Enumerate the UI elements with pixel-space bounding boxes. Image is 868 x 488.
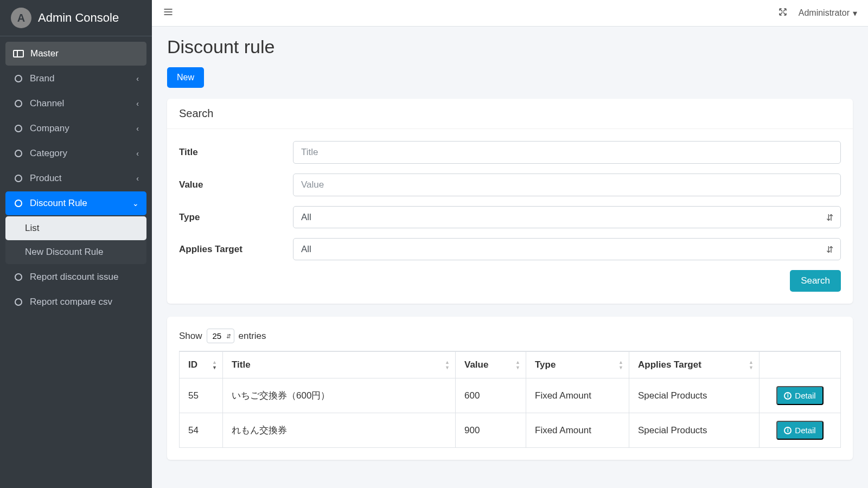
user-label: Administrator [799, 8, 850, 18]
sidebar-item-master[interactable]: Master [5, 42, 146, 66]
results-panel: Show 25 ⇵ entries [167, 317, 853, 460]
new-button[interactable]: New [167, 67, 204, 88]
col-actions [760, 351, 841, 378]
show-suffix: entries [239, 331, 266, 342]
col-title[interactable]: Title ▲▼ [223, 351, 456, 378]
cell-value: 600 [456, 378, 526, 413]
main-content: Administrator ▾ Discount rule New Search… [152, 0, 868, 488]
cell-type: Fixed Amount [526, 413, 629, 448]
cell-title: いちご交換券（600円） [223, 378, 456, 413]
sidebar-item-brand[interactable]: Brand ‹ [5, 67, 146, 91]
sidebar-submenu-discount: List New Discount Rule [5, 216, 146, 264]
circle-icon [15, 273, 22, 281]
sidebar-nav: Master Brand ‹ Channel ‹ Company ‹ Categ… [0, 36, 152, 320]
type-label: Type [179, 212, 293, 223]
sidebar-item-channel[interactable]: Channel ‹ [5, 92, 146, 115]
col-id[interactable]: ID ▲▼ [180, 351, 223, 378]
value-label: Value [179, 179, 293, 190]
sidebar-label: Product [30, 173, 62, 184]
chevron-left-icon: ‹ [136, 99, 139, 108]
sidebar-item-category[interactable]: Category ‹ [5, 142, 146, 165]
sidebar-label-master: Master [30, 48, 59, 59]
title-input[interactable] [293, 141, 841, 164]
cell-title: れもん交換券 [223, 413, 456, 448]
applies-target-select[interactable]: All [293, 238, 841, 260]
show-prefix: Show [179, 331, 202, 342]
sort-icon: ▲▼ [618, 360, 623, 370]
cell-value: 900 [456, 413, 526, 448]
chevron-left-icon: ‹ [136, 149, 139, 158]
sort-icon: ▲▼ [212, 360, 217, 370]
brand-header[interactable]: A Admin Console [0, 0, 152, 36]
results-table: ID ▲▼ Title ▲▼ Value ▲▼ [179, 351, 841, 448]
search-panel: Search Title Value Type All [167, 99, 853, 304]
caret-down-icon: ▾ [853, 8, 857, 18]
sort-icon: ▲▼ [445, 360, 450, 370]
cell-applies: Special Products [629, 413, 760, 448]
sidebar-label: Report compare csv [30, 297, 112, 307]
circle-icon [15, 175, 22, 182]
chevron-down-icon: ⌄ [132, 199, 139, 208]
table-row: 55 いちご交換券（600円） 600 Fixed Amount Special… [180, 378, 841, 413]
circle-icon [15, 298, 22, 306]
page-size-select[interactable]: 25 [207, 329, 234, 343]
detail-button[interactable]: i Detail [776, 421, 823, 440]
sidebar-subitem-list[interactable]: List [5, 216, 146, 240]
brand-logo: A [11, 8, 31, 28]
cell-applies: Special Products [629, 378, 760, 413]
topbar: Administrator ▾ [152, 0, 868, 27]
sidebar-item-discount-rule[interactable]: Discount Rule ⌄ [5, 191, 146, 215]
sidebar-label: Channel [30, 98, 64, 109]
master-icon [13, 50, 24, 57]
chevron-left-icon: ‹ [136, 74, 139, 83]
sort-icon: ▲▼ [515, 360, 520, 370]
page-title: Discount rule [167, 36, 853, 57]
circle-icon [15, 200, 22, 207]
sidebar-item-product[interactable]: Product ‹ [5, 166, 146, 190]
brand-title: Admin Console [38, 11, 119, 25]
circle-icon [15, 125, 22, 132]
chevron-left-icon: ‹ [136, 124, 139, 133]
sidebar-item-report-discount-issue[interactable]: Report discount issue [5, 265, 146, 289]
col-value[interactable]: Value ▲▼ [456, 351, 526, 378]
circle-icon [15, 75, 22, 82]
user-menu[interactable]: Administrator ▾ [799, 8, 857, 18]
sidebar: A Admin Console Master Brand ‹ Channel ‹… [0, 0, 152, 488]
cell-type: Fixed Amount [526, 378, 629, 413]
search-panel-title: Search [167, 99, 853, 129]
sidebar-label: Category [30, 148, 67, 159]
search-button[interactable]: Search [790, 270, 841, 292]
value-input[interactable] [293, 174, 841, 196]
sidebar-subitem-new-discount[interactable]: New Discount Rule [5, 240, 146, 264]
sidebar-label: Brand [30, 73, 54, 84]
sidebar-label: Report discount issue [30, 272, 118, 282]
sidebar-item-report-compare-csv[interactable]: Report compare csv [5, 290, 146, 314]
hamburger-icon[interactable] [163, 7, 174, 20]
circle-icon [15, 100, 22, 107]
type-select[interactable]: All [293, 206, 841, 228]
fullscreen-icon[interactable] [778, 7, 788, 19]
cell-id: 54 [180, 413, 223, 448]
table-row: 54 れもん交換券 900 Fixed Amount Special Produ… [180, 413, 841, 448]
circle-icon [15, 150, 22, 157]
col-applies[interactable]: Applies Target ▲▼ [629, 351, 760, 378]
cell-id: 55 [180, 378, 223, 413]
sort-icon: ▲▼ [749, 360, 754, 370]
applies-target-label: Applies Target [179, 244, 293, 255]
sidebar-item-company[interactable]: Company ‹ [5, 117, 146, 140]
info-icon: i [784, 392, 792, 400]
info-icon: i [784, 427, 792, 434]
detail-button[interactable]: i Detail [776, 386, 823, 405]
title-label: Title [179, 147, 293, 158]
sidebar-label: Discount Rule [30, 198, 87, 209]
col-type[interactable]: Type ▲▼ [526, 351, 629, 378]
sidebar-label: Company [30, 123, 69, 134]
chevron-left-icon: ‹ [136, 174, 139, 183]
